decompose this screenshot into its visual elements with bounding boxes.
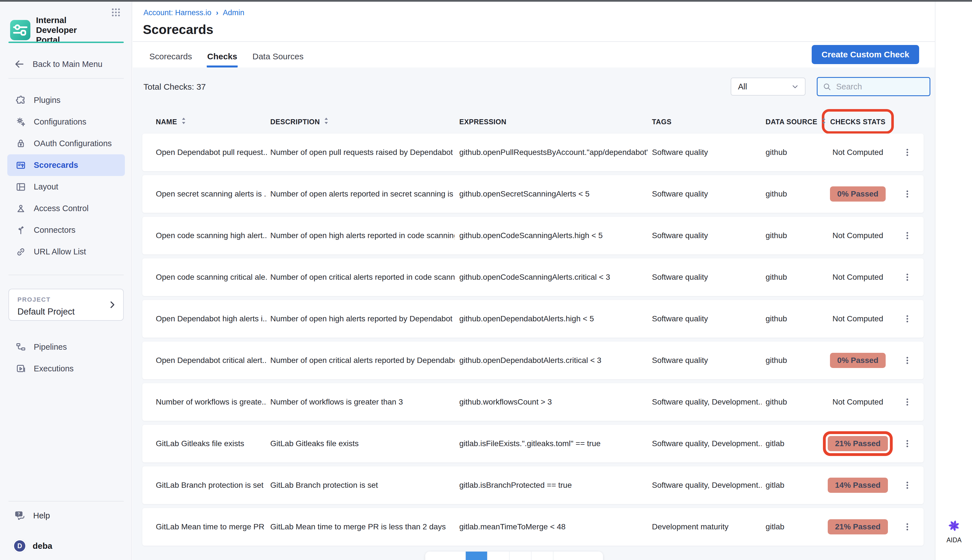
table-row[interactable]: Open code scanning high alert...Number o… [142,217,924,254]
sidebar-item-label: Layout [34,182,58,192]
chevron-right-icon [107,300,117,310]
pipelines-icon [15,342,27,353]
oauth-icon [15,138,27,149]
table-row[interactable]: Open Dependabot critical alert...Number … [142,342,924,379]
sidebar-item-label: URL Allow List [34,247,86,257]
scorecards-icon [15,160,27,171]
sidebar-item-layout[interactable]: Layout [7,176,125,198]
sidebar-item-connectors[interactable]: Connectors [7,219,125,241]
sort-icon[interactable] [320,117,329,127]
user-name: deba [33,541,52,551]
kebab-menu-icon[interactable] [902,394,913,410]
check-name: GitLab Branch protection is set [156,481,267,490]
check-stats-cell: 14% Passed [810,478,906,493]
table-row[interactable]: Open code scanning critical ale...Number… [142,258,924,296]
stats-badge: 0% Passed [830,187,886,202]
check-name: Open Dependabot pull request... [156,148,267,157]
check-stats-cell: Not Computed [810,273,906,282]
table-row[interactable]: GitLab Gitleaks file existsGitLab Gitlea… [142,425,924,462]
kebab-menu-icon[interactable] [902,519,913,535]
sidebar-item-plugins[interactable]: Plugins [7,89,125,111]
kebab-menu-icon[interactable] [902,477,913,493]
check-description: Number of open high alerts reported by D… [270,314,454,323]
stats-badge: 21% Passed [828,519,888,534]
grid-menu-icon[interactable] [110,6,122,18]
connectors-icon [15,225,27,236]
chevron-down-icon [791,82,799,91]
datasource-filter-select[interactable]: All [731,78,805,96]
kebab-menu-icon[interactable] [902,436,913,452]
tab-data-sources[interactable]: Data Sources [252,47,304,67]
check-tags: Software quality [652,148,762,157]
back-to-main-menu[interactable]: Back to Main Menu [5,57,127,72]
page-button-active[interactable] [465,552,487,560]
column-header-name[interactable]: NAME [156,117,187,127]
column-header-description[interactable]: DESCRIPTION [270,117,329,127]
create-custom-check-button[interactable]: Create Custom Check [812,45,919,64]
check-stats-cell: 0% Passed [810,187,906,202]
check-name: GitLab Gitleaks file exists [156,439,267,448]
check-stats-cell: 21% Passed [810,519,906,534]
sidebar-item-pipelines[interactable]: Pipelines [7,336,125,358]
sidebar-item-url-allow-list[interactable]: URL Allow List [7,241,125,263]
divider [8,78,124,79]
sidebar-item-scorecards[interactable]: Scorecards [7,154,125,176]
table-row[interactable]: Open Dependabot high alerts i...Number o… [142,300,924,338]
kebab-menu-icon[interactable] [902,311,913,327]
check-expression: github.openSecretScanningAlerts < 5 [459,190,648,198]
check-expression: github.openCodeScanningAlerts.high < 5 [459,231,648,240]
tab-scorecards[interactable]: Scorecards [149,47,193,67]
access-control-icon [15,203,27,214]
sidebar-item-executions[interactable]: Executions [7,358,125,380]
checks-panel: Total Checks: 37 All NAMEDESCRIPTIONEXPR… [133,67,935,560]
page-button[interactable] [487,552,509,560]
kebab-menu-icon[interactable] [902,269,913,285]
project-name: Default Project [17,307,115,317]
sidebar-item-configurations[interactable]: Configurations [7,111,125,133]
back-label: Back to Main Menu [33,60,102,69]
page-prev-button[interactable] [425,552,465,560]
check-name: Open Dependabot critical alert... [156,356,267,365]
sidebar-item-label: Plugins [34,96,60,105]
search-input[interactable] [817,77,930,96]
table-row[interactable]: Open secret scanning alerts is ...Number… [142,175,924,213]
table-row[interactable]: Open Dependabot pull request...Number of… [142,133,924,171]
breadcrumb-admin[interactable]: Admin [223,8,244,17]
page-title: Scorecards [143,22,214,37]
table-row[interactable]: GitLab Branch protection is setGitLab Br… [142,467,924,504]
kebab-menu-icon[interactable] [902,228,913,243]
sidebar-item-access-control[interactable]: Access Control [7,198,125,219]
page-button[interactable] [531,552,553,560]
sort-icon[interactable] [177,117,187,127]
page-next-button[interactable] [553,552,603,560]
aida-icon [946,518,962,533]
column-label: DESCRIPTION [270,118,320,126]
check-expression: gitlab.isBranchProtected == true [459,481,648,490]
project-selector[interactable]: PROJECT Default Project [8,289,124,321]
check-description: GitLab Gitleaks file exists [270,439,454,448]
aida-button[interactable]: AIDA [935,518,972,544]
kebab-menu-icon[interactable] [902,353,913,368]
table-row[interactable]: GitLab Mean time to merge PR ...GitLab M… [142,508,924,546]
sidebar-item-oauth-configurations[interactable]: OAuth Configurations [7,133,125,154]
page-button[interactable] [509,552,531,560]
sidebar-item-label: OAuth Configurations [34,139,112,148]
divider [133,41,935,42]
table-row[interactable]: Number of workflows is greate...Number o… [142,383,924,421]
check-expression: github.openCodeScanningAlerts.critical <… [459,273,648,282]
help-button[interactable]: ? Help [5,508,127,523]
help-icon: ? [14,509,27,522]
check-data-source: github [766,148,787,157]
user-menu[interactable]: D deba [5,538,127,554]
right-rail: AIDA [935,2,972,560]
check-expression: gitlab.isFileExists.".gitleaks.toml" == … [459,439,648,448]
checks-table: Open Dependabot pull request...Number of… [142,133,924,546]
kebab-menu-icon[interactable] [902,145,913,160]
kebab-menu-icon[interactable] [902,186,913,202]
check-stats-cell: Not Computed [810,231,906,240]
breadcrumb-account[interactable]: Account: Harness.io [144,8,212,17]
check-tags: Software quality [652,231,762,240]
stats-text: Not Computed [832,231,883,240]
tab-checks[interactable]: Checks [207,47,238,67]
column-label: TAGS [652,118,671,126]
